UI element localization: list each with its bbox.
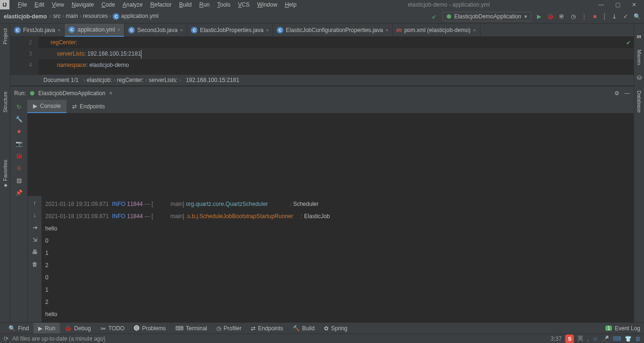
menu-analyze[interactable]: Analyze (120, 0, 146, 9)
scroll-down-icon[interactable]: ↓ (33, 212, 36, 219)
close-tab-icon[interactable]: × (266, 27, 269, 33)
breadcrumb-src[interactable]: src (53, 13, 61, 19)
menu-build[interactable]: Build (176, 0, 195, 9)
print-icon[interactable]: 🖶 (32, 249, 38, 255)
editor[interactable]: 234 regCenter: serverLists: 192.168.100.… (10, 37, 634, 74)
soft-wrap-icon[interactable]: ⇥ (33, 224, 37, 231)
editor-tab-SecondJob.java[interactable]: CSecondJob.java× (124, 24, 187, 37)
bottom-find[interactable]: 🔍Find (4, 323, 33, 334)
close-icon[interactable]: ✕ (632, 1, 636, 8)
menu-tools[interactable]: Tools (215, 0, 233, 9)
bottom-spring[interactable]: ✿Spring (319, 323, 352, 334)
editor-tab-application.yml[interactable]: Capplication.yml× (65, 24, 124, 37)
tray-grid-icon[interactable]: ⊞ (636, 335, 640, 342)
status-sync-icon[interactable]: ⟳ (4, 335, 8, 342)
stop-icon[interactable]: ■ (592, 13, 598, 20)
search-everywhere-icon[interactable]: 🔍 (634, 13, 640, 20)
menu-code[interactable]: Code (99, 0, 118, 9)
debug-icon[interactable]: 🐞 (547, 13, 554, 20)
run-config-tab[interactable]: ElasticjobDemoApplication (38, 90, 105, 97)
minimize-icon[interactable]: — (598, 1, 604, 8)
breadcrumb-project[interactable]: elasticjob-demo (4, 13, 47, 20)
clear-icon[interactable]: 🗑 (32, 261, 38, 268)
menu-vcs[interactable]: VCS (235, 0, 253, 9)
run-tab-console[interactable]: ▶Console (27, 100, 66, 113)
scroll-to-end-icon[interactable]: ⇲ (33, 237, 37, 243)
breadcrumb-main[interactable]: main (66, 13, 78, 19)
console-output[interactable]: 2021-01-18 19:31:09.871 INFO 11844 --- [… (41, 196, 634, 322)
tray-mic-icon[interactable]: 🎤 (602, 335, 609, 342)
inspection-ok-icon[interactable]: ✔ (626, 40, 631, 46)
breadcrumb[interactable]: elasticjob-demo › src › main › resources… (4, 13, 158, 20)
dump-icon[interactable]: 📷 (16, 140, 23, 147)
maximize-icon[interactable]: ▢ (615, 1, 620, 8)
rerun-icon[interactable]: ↻ (17, 104, 21, 110)
left-stripe-structure[interactable]: Structure (2, 91, 8, 113)
code-area[interactable]: regCenter: serverLists: 192.168.100.15:2… (39, 37, 634, 74)
git-update-icon[interactable]: ⤓ (611, 13, 618, 20)
menu-window[interactable]: Window (254, 0, 280, 9)
close-run-tab-icon[interactable]: × (109, 90, 112, 97)
run-icon[interactable]: ▶ (536, 13, 543, 20)
maven-icon[interactable]: m (637, 33, 641, 40)
right-tool-stripe: m Maven ⛁ Database (634, 24, 644, 334)
breadcrumb-application.yml[interactable]: C application.yml (113, 13, 158, 19)
layout-icon[interactable]: ▤ (17, 177, 22, 184)
tray-smile-icon[interactable]: ☺ (593, 335, 598, 342)
left-stripe-project[interactable]: Project (2, 28, 8, 44)
coverage-icon[interactable]: ⛨ (559, 13, 565, 20)
editor-breadcrumb[interactable]: Document 1/1 › elasticjob: › regCenter: … (10, 74, 634, 86)
bottom-build[interactable]: 🔨Build (288, 323, 320, 334)
breadcrumb-resources[interactable]: resources (83, 13, 108, 19)
editor-tab-ElasticJobConfigurationProperties.java[interactable]: CElasticJobConfigurationProperties.java× (273, 24, 393, 37)
menu-file[interactable]: File (15, 0, 30, 9)
menu-edit[interactable]: Edit (32, 0, 47, 9)
compile-icon[interactable]: ↙ (431, 13, 438, 20)
editor-tab-pom.xml (elasticjob-demo)[interactable]: mpom.xml (elasticjob-demo)× (393, 24, 480, 37)
editor-tab-ElasticJobProperties.java[interactable]: CElasticJobProperties.java× (187, 24, 273, 37)
settings-icon[interactable]: ⚙ (614, 90, 619, 97)
right-stripe-maven[interactable]: Maven (636, 49, 642, 65)
menu-navigate[interactable]: Navigate (69, 0, 97, 9)
console-scrollbar[interactable] (627, 196, 633, 322)
bottom-debug[interactable]: 🐞Debug (60, 323, 95, 334)
stop-run-icon[interactable]: ■ (17, 128, 20, 135)
left-stripe-favorites[interactable]: ★ Favorites (2, 160, 8, 188)
tray-shirt-icon[interactable]: 👕 (625, 335, 632, 342)
tray-keyboard-icon[interactable]: ⌨ (613, 335, 621, 342)
ime-lang[interactable]: 英 (578, 335, 583, 343)
editor-tab-FirstJob.java[interactable]: CFirstJob.java× (10, 24, 65, 37)
run-config-selector[interactable]: ⬢ ElasticjobDemoApplication ▾ (442, 12, 531, 21)
bottom-terminal[interactable]: ⌨Terminal (171, 323, 212, 334)
close-tab-icon[interactable]: × (385, 27, 388, 33)
database-icon[interactable]: ⛁ (637, 74, 642, 81)
close-tab-icon[interactable]: × (180, 27, 183, 33)
profile-icon[interactable]: ◷ (570, 13, 577, 20)
wrench-icon[interactable]: 🔧 (16, 116, 23, 122)
caret-position[interactable]: 3:37 (551, 335, 561, 342)
event-log-badge: 1 (605, 326, 612, 331)
menu-view[interactable]: View (49, 0, 67, 9)
exit-icon[interactable]: ⎘ (17, 165, 21, 172)
title-bar: IJ FileEditViewNavigateCodeAnalyzeRefact… (0, 0, 644, 9)
bottom-run[interactable]: ▶Run (33, 323, 60, 334)
scroll-up-icon[interactable]: ↑ (33, 200, 36, 206)
close-tab-icon[interactable]: × (117, 27, 120, 33)
right-stripe-database[interactable]: Database (636, 90, 642, 113)
bottom-profiler[interactable]: ◷Profiler (212, 323, 246, 334)
ime-icon[interactable]: S (565, 335, 574, 343)
event-log-button[interactable]: Event Log (615, 325, 640, 332)
git-commit-icon[interactable]: ✓ (622, 13, 629, 20)
rerun-failed-icon[interactable]: 🐞 (16, 153, 23, 159)
pin-icon[interactable]: 📌 (16, 189, 23, 196)
menu-run[interactable]: Run (197, 0, 213, 9)
close-tab-icon[interactable]: × (473, 27, 476, 33)
run-tab-endpoints[interactable]: ⇄Endpoints (66, 100, 110, 113)
minimize-tool-icon[interactable]: — (624, 90, 630, 97)
menu-refactor[interactable]: Refactor (148, 0, 174, 9)
bottom-todo[interactable]: ≔TODO (96, 323, 129, 334)
bottom-endpoints[interactable]: ⇄Endpoints (246, 323, 288, 334)
menu-help[interactable]: Help (282, 0, 299, 9)
bottom-problems[interactable]: ⓿Problems (129, 323, 171, 334)
close-tab-icon[interactable]: × (58, 27, 60, 33)
